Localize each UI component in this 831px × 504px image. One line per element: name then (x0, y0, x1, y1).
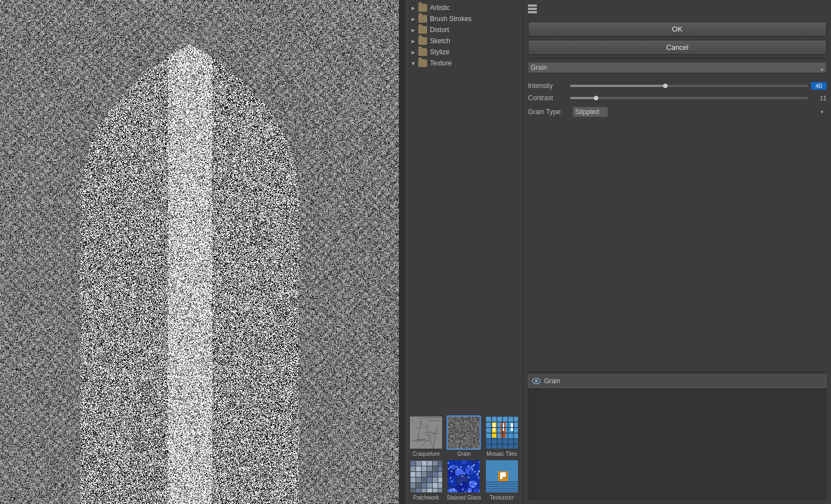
thumb-label-craquelure: Craquelure (412, 451, 439, 457)
intensity-slider[interactable] (570, 85, 808, 87)
tree-label-stylize: Stylize (430, 48, 449, 56)
tree-item-artistic[interactable]: ► Artistic (405, 2, 523, 13)
contrast-slider[interactable] (570, 97, 808, 99)
grain-type-row: Grain Type: RegularSoftSprinklesClumpedC… (528, 106, 827, 117)
folder-icon-artistic (418, 4, 427, 12)
svg-rect-1 (528, 8, 537, 10)
folder-icon-stylize (418, 48, 427, 56)
vertical-scrollbar[interactable] (399, 0, 404, 504)
folder-icon-sketch (418, 37, 427, 45)
applied-filter-grain[interactable]: Grain (528, 374, 827, 388)
tree-item-sketch[interactable]: ► Sketch (405, 35, 523, 47)
grain-type-select-wrapper[interactable]: RegularSoftSprinklesClumpedContrastyEnla… (572, 106, 827, 117)
filter-tree: ► Artistic ► Brush Strokes ► Distort ► S… (405, 0, 523, 412)
folder-icon-brush_strokes (418, 15, 427, 23)
svg-point-4 (535, 380, 538, 383)
thumb-img-stained_glass (447, 459, 481, 493)
thumb-label-mosaic_tiles: Mosaic Tiles (486, 451, 517, 457)
tree-arrow-distort: ► (409, 26, 417, 34)
tree-label-artistic: Artistic (430, 4, 450, 12)
applied-filter-settings-area (528, 389, 827, 500)
thumb-img-grain (447, 415, 481, 450)
thumb-label-patchwork: Patchwork (413, 495, 439, 501)
tree-item-stylize[interactable]: ► Stylize (405, 47, 523, 58)
tree-item-distort[interactable]: ► Distort (405, 24, 523, 35)
ok-button[interactable]: OK (528, 22, 827, 37)
contrast-row: Contrast 11 (528, 94, 827, 102)
thumb-img-texturizer (485, 459, 519, 493)
grain-type-label: Grain Type: (528, 108, 572, 116)
tree-arrow-sketch: ► (409, 37, 417, 45)
thumb-item-mosaic_tiles[interactable]: Mosaic Tiles (484, 415, 520, 457)
separator (528, 58, 827, 59)
thumb-img-mosaic_tiles (485, 415, 519, 450)
svg-rect-0 (528, 4, 537, 7)
tree-label-sketch: Sketch (430, 37, 450, 45)
thumb-label-stained_glass: Stained Glass (447, 495, 481, 501)
thumb-item-grain[interactable]: Grain (446, 415, 481, 457)
intensity-row: Intensity 40 (528, 82, 827, 90)
preview-area (0, 0, 399, 504)
tree-arrow-brush_strokes: ► (409, 15, 417, 23)
tree-item-brush_strokes[interactable]: ► Brush Strokes (405, 13, 523, 24)
grain-type-select[interactable]: RegularSoftSprinklesClumpedContrastyEnla… (572, 106, 608, 117)
layout-icon[interactable] (528, 4, 537, 15)
contrast-value: 11 (811, 95, 827, 101)
eye-icon[interactable] (532, 378, 541, 384)
folder-icon-texture (418, 59, 427, 67)
thumb-item-texturizer[interactable]: Texturizer (484, 459, 520, 501)
tree-arrow-stylize: ► (409, 48, 417, 56)
contrast-label: Contrast (528, 94, 567, 102)
filter-name-dropdown-wrapper[interactable]: Grain (528, 62, 827, 78)
thumb-img-craquelure (409, 415, 443, 450)
thumb-item-patchwork[interactable]: Patchwork (408, 459, 444, 501)
filter-thumbnails: CraquelureGrainMosaic TilesPatchworkStai… (405, 412, 523, 504)
tree-label-brush_strokes: Brush Strokes (430, 15, 471, 23)
intensity-label: Intensity (528, 82, 567, 90)
filter-browser-panel: ► Artistic ► Brush Strokes ► Distort ► S… (404, 0, 524, 504)
thumb-item-stained_glass[interactable]: Stained Glass (446, 459, 481, 501)
preview-canvas (0, 0, 399, 504)
tree-arrow-artistic: ► (409, 4, 417, 12)
thumb-label-texturizer: Texturizer (490, 495, 514, 501)
thumb-img-patchwork (409, 459, 443, 493)
tree-label-distort: Distort (430, 26, 449, 34)
intensity-value: 40 (811, 82, 827, 90)
thumb-label-grain: Grain (457, 451, 470, 457)
filter-name-dropdown[interactable]: Grain (528, 62, 827, 73)
controls-panel: OK Cancel Grain Intensity 40 Contrast 11… (524, 0, 831, 504)
applied-filters-section: Grain (528, 372, 827, 500)
applied-filter-label: Grain (544, 377, 560, 385)
tree-item-texture[interactable]: ▼ Texture (405, 58, 523, 69)
tree-arrow-texture: ▼ (409, 59, 417, 67)
cancel-button[interactable]: Cancel (528, 40, 827, 55)
tree-label-texture: Texture (430, 59, 452, 67)
svg-rect-2 (528, 11, 537, 13)
folder-icon-distort (418, 26, 427, 34)
thumb-item-craquelure[interactable]: Craquelure (408, 415, 444, 457)
